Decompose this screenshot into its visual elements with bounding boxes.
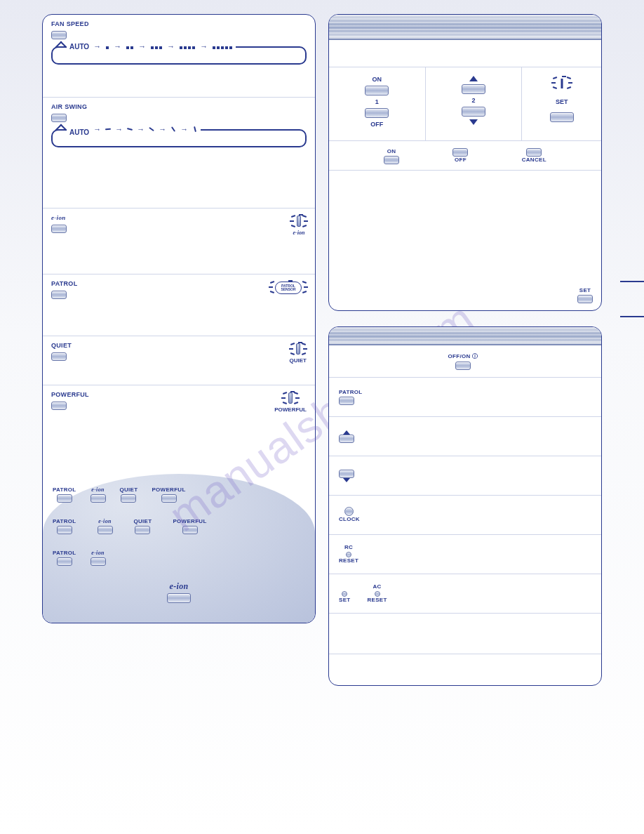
- vane-icon: [105, 128, 111, 131]
- patrol-label: PATROL: [53, 518, 76, 524]
- on-small-button[interactable]: [384, 156, 399, 164]
- combo-row-1: PATROL e-ion QUIET POWERFUL: [53, 486, 305, 503]
- loop-arrow-icon: [55, 41, 67, 53]
- powerful-indicator-label: POWERFUL: [274, 406, 307, 413]
- set-indicator-icon: [553, 76, 571, 91]
- eion-button[interactable]: [51, 225, 67, 233]
- patrol-label: PATROL: [53, 550, 76, 556]
- patrol-button[interactable]: [51, 291, 67, 299]
- rc-reset-row: RC RESET: [329, 535, 601, 574]
- set-corner-button[interactable]: [577, 295, 593, 303]
- vane-icon: [171, 126, 175, 132]
- arrow-icon: →: [138, 42, 146, 51]
- powerful-button[interactable]: [161, 494, 177, 503]
- patrol-sensor-label: PATROL SENSOR: [275, 282, 302, 294]
- ac-set-reset-row: SET AC RESET: [329, 574, 601, 614]
- powerful-button[interactable]: [51, 402, 67, 410]
- air-swing-section: AIR SWING AUTO → → → →: [43, 98, 315, 208]
- quiet-button[interactable]: [135, 526, 150, 534]
- patrol-info-button[interactable]: [339, 397, 354, 405]
- eion-indicator-label: e-ion: [291, 230, 307, 236]
- quiet-button[interactable]: [121, 494, 136, 503]
- fan-bar-5: [212, 43, 233, 51]
- on-button[interactable]: [365, 86, 389, 95]
- patrol-section: PATROL PATROL SENSOR: [43, 274, 315, 336]
- side-tab-1: [620, 281, 644, 282]
- clock-button[interactable]: [344, 507, 354, 516]
- air-swing-cycle-box: AUTO → → → → →: [51, 129, 307, 147]
- up-row: [329, 417, 601, 456]
- n1-label: 1: [375, 98, 379, 105]
- powerful-indicator: POWERFUL: [274, 391, 307, 413]
- up-button[interactable]: [462, 84, 485, 94]
- arrow-icon: →: [93, 42, 101, 51]
- down-row: [329, 456, 601, 496]
- n2-label: 2: [472, 97, 476, 104]
- cancel-button[interactable]: [526, 148, 542, 157]
- arrow-icon: →: [200, 42, 208, 51]
- eion-button[interactable]: [90, 494, 106, 503]
- quiet-section: QUIET QUIET: [43, 336, 315, 385]
- ac-reset-button[interactable]: [375, 591, 380, 597]
- quiet-button[interactable]: [51, 352, 67, 361]
- powerful-label: POWERFUL: [173, 518, 206, 524]
- blank-row-2: [329, 654, 601, 685]
- timer-notes-area: SET: [329, 170, 601, 310]
- patrol-button[interactable]: [57, 526, 72, 534]
- patrol-info-row: PATROL: [329, 378, 601, 417]
- air-swing-button[interactable]: [51, 114, 67, 122]
- combo-row-4: e-ion: [53, 581, 305, 603]
- air-swing-cycle: AUTO → → → → →: [67, 125, 201, 133]
- timer-title-band: [329, 15, 601, 40]
- eion-label: e-ion: [91, 550, 104, 556]
- offon-label: OFF/ON ⓘ: [448, 352, 478, 360]
- arrow-icon: →: [159, 125, 166, 133]
- up-info-button[interactable]: [339, 435, 354, 443]
- fan-speed-section: FAN SPEED AUTO → → → →: [43, 15, 315, 98]
- down-info-button[interactable]: [339, 470, 354, 478]
- fan-bar-3: [150, 43, 163, 51]
- fan-speed-cycle: AUTO → → → → →: [67, 42, 236, 51]
- timer-cell-3: SET: [522, 67, 601, 140]
- fan-speed-button[interactable]: [51, 31, 67, 39]
- off-button[interactable]: [365, 108, 389, 118]
- set-button[interactable]: [550, 112, 574, 122]
- timer-grid: ON 1 OFF 2: [329, 67, 601, 140]
- fan-speed-cycle-box: AUTO → → → → →: [51, 46, 307, 65]
- powerful-section: POWERFUL POWERFUL: [43, 385, 315, 470]
- ac-set-button[interactable]: [342, 591, 347, 597]
- side-tabs: [620, 281, 644, 317]
- timer-cell-1: ON 1 OFF: [329, 67, 426, 140]
- off-small-button[interactable]: [452, 148, 468, 157]
- offon-row: OFF/ON ⓘ: [329, 345, 601, 378]
- patrol-label: PATROL: [53, 486, 76, 493]
- powerful-label: POWERFUL: [51, 391, 89, 398]
- rc-reset-button[interactable]: [346, 552, 351, 557]
- eion-indicator: e-ion: [291, 214, 307, 236]
- patrol-button[interactable]: [57, 557, 72, 566]
- down-button[interactable]: [462, 107, 485, 117]
- powerful-button[interactable]: [182, 526, 198, 534]
- timer-action-row: ON OFF CANCEL: [329, 140, 601, 170]
- quiet-indicator: QUIET: [290, 342, 307, 364]
- eion-button[interactable]: [167, 593, 191, 603]
- patrol-button[interactable]: [57, 494, 72, 503]
- down-arrow-icon: [469, 119, 478, 125]
- eion-section: e-ion e-ion: [43, 208, 315, 274]
- down-arrow-icon: [343, 478, 350, 482]
- timer-panel: ON 1 OFF 2: [328, 14, 602, 311]
- off-small-label: OFF: [455, 157, 467, 163]
- set-small-label: SET: [339, 597, 350, 603]
- on-small-label: ON: [387, 148, 396, 154]
- page: manualshive.com FAN SPEED AUTO →: [0, 0, 644, 834]
- eion-label: e-ion: [51, 214, 67, 221]
- cancel-label: CANCEL: [522, 157, 546, 163]
- powerful-label: POWERFUL: [152, 486, 185, 493]
- eion-button[interactable]: [90, 557, 106, 566]
- eion-button[interactable]: [98, 526, 113, 534]
- offon-button[interactable]: [455, 362, 471, 370]
- combo-row-2: PATROL e-ion QUIET POWERFUL: [53, 518, 305, 534]
- rc-label: RC: [344, 544, 353, 550]
- eion-label: e-ion: [91, 486, 104, 493]
- ac-label: AC: [373, 583, 381, 590]
